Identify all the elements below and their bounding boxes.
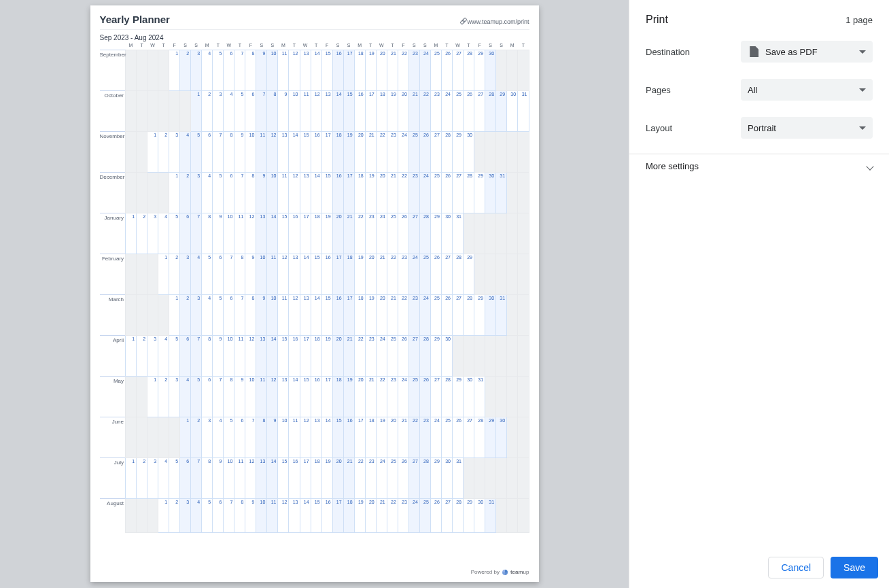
- day-cell: 12: [267, 131, 278, 172]
- dow-header-cell: F: [245, 41, 256, 50]
- day-cell: 18: [311, 213, 321, 254]
- destination-select[interactable]: Save as PDF: [741, 41, 873, 63]
- preview-header: Yearly Planner www.teamup.com/print: [100, 14, 529, 30]
- day-cell: 7: [191, 457, 202, 498]
- chevron-down-icon: [859, 88, 866, 92]
- day-cell: 15: [321, 294, 332, 335]
- day-cell: 11: [234, 213, 245, 254]
- day-cell: 14: [321, 417, 332, 457]
- day-cell: 10: [224, 457, 234, 498]
- day-cell: 30: [485, 50, 496, 90]
- day-cell: [180, 90, 191, 131]
- day-cell: 3: [169, 131, 180, 172]
- day-cell: [485, 213, 496, 254]
- day-cell: 30: [463, 131, 474, 172]
- dow-header-cell: S: [332, 41, 343, 50]
- day-cell: 3: [147, 457, 158, 498]
- day-cell: 16: [289, 213, 300, 254]
- day-cell: 18: [354, 294, 365, 335]
- pages-select[interactable]: All: [741, 79, 873, 101]
- day-cell: 12: [289, 294, 300, 335]
- month-row: January123456789101112131415161718192021…: [100, 213, 529, 254]
- day-cell: [496, 131, 507, 172]
- day-cell: 15: [300, 376, 311, 417]
- day-cell: 2: [169, 498, 180, 532]
- cancel-button[interactable]: Cancel: [768, 557, 824, 578]
- day-cell: 19: [376, 417, 387, 457]
- day-cell: 26: [419, 131, 430, 172]
- print-preview-area[interactable]: Yearly Planner www.teamup.com/print Sep …: [0, 0, 629, 588]
- month-row: March12345678910111213141516171819202122…: [100, 294, 529, 335]
- day-cell: 16: [343, 417, 354, 457]
- day-cell: 8: [256, 417, 267, 457]
- day-cell: [485, 335, 496, 376]
- day-cell: 4: [158, 457, 169, 498]
- day-cell: 16: [311, 376, 321, 417]
- month-row: July123456789101112131415161718192021222…: [100, 457, 529, 498]
- day-cell: 4: [191, 254, 202, 294]
- day-cell: 4: [202, 50, 213, 90]
- day-cell: 7: [234, 294, 245, 335]
- day-cell: 18: [311, 457, 321, 498]
- month-row: April12345678910111213141516171819202122…: [100, 335, 529, 376]
- day-cell: [518, 417, 529, 457]
- day-cell: 1: [158, 498, 169, 532]
- month-label: May: [100, 376, 126, 417]
- layout-label: Layout: [646, 123, 741, 133]
- day-cell: [485, 131, 496, 172]
- month-row: August1234567891011121314151617181920212…: [100, 498, 529, 532]
- day-cell: 28: [441, 131, 452, 172]
- day-cell: [507, 498, 518, 532]
- day-cell: 3: [191, 50, 202, 90]
- day-cell: 20: [376, 172, 387, 213]
- day-cell: 2: [191, 417, 202, 457]
- day-cell: 11: [256, 376, 267, 417]
- dow-header-cell: M: [126, 41, 137, 50]
- day-cell: 6: [213, 498, 224, 532]
- day-cell: 1: [126, 457, 137, 498]
- day-cell: 5: [169, 335, 180, 376]
- day-cell: 23: [387, 376, 398, 417]
- day-cell: 19: [343, 131, 354, 172]
- day-cell: 13: [300, 50, 311, 90]
- day-cell: 28: [463, 172, 474, 213]
- day-cell: 8: [202, 213, 213, 254]
- day-cell: 6: [180, 213, 191, 254]
- day-cell: 16: [354, 90, 365, 131]
- day-cell: 1: [126, 335, 137, 376]
- pages-label: Pages: [646, 85, 741, 95]
- day-cell: 25: [430, 172, 441, 213]
- day-cell: [137, 417, 147, 457]
- day-cell: [518, 335, 529, 376]
- dow-header-cell: F: [169, 41, 180, 50]
- day-cell: [474, 335, 485, 376]
- dow-header-cell: M: [430, 41, 441, 50]
- day-cell: [137, 50, 147, 90]
- day-cell: 7: [191, 213, 202, 254]
- print-panel: Print 1 page Destination Save as PDF Pag…: [629, 0, 889, 588]
- day-cell: 12: [311, 90, 321, 131]
- day-cell: 13: [300, 172, 311, 213]
- day-cell: [496, 50, 507, 90]
- day-cell: [507, 457, 518, 498]
- day-cell: 21: [398, 417, 408, 457]
- day-cell: 8: [245, 172, 256, 213]
- day-cell: 7: [224, 254, 234, 294]
- day-cell: 19: [321, 457, 332, 498]
- day-cell: 21: [365, 376, 376, 417]
- day-cell: 10: [256, 254, 267, 294]
- footer-prefix: Powered by: [471, 569, 500, 575]
- dow-header-cell: T: [137, 41, 147, 50]
- save-button[interactable]: Save: [831, 557, 878, 578]
- day-cell: 14: [311, 294, 321, 335]
- day-cell: 30: [485, 294, 496, 335]
- day-cell: 26: [430, 254, 441, 294]
- more-settings-toggle[interactable]: More settings: [629, 154, 889, 178]
- day-cell: 27: [452, 294, 463, 335]
- layout-select[interactable]: Portrait: [741, 117, 873, 139]
- day-cell: [169, 417, 180, 457]
- day-cell: 8: [234, 498, 245, 532]
- day-cell: 22: [408, 417, 419, 457]
- dow-header-cell: M: [278, 41, 289, 50]
- day-cell: 18: [332, 131, 343, 172]
